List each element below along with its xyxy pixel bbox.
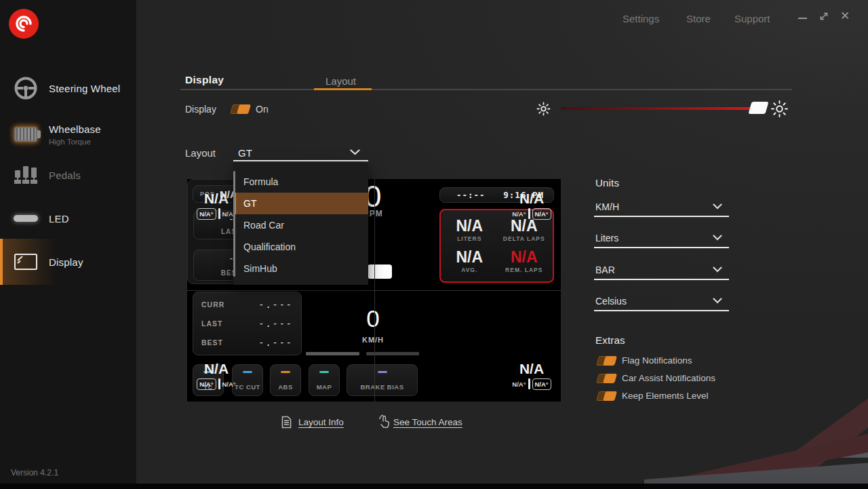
layout-select-underline: [233, 160, 368, 161]
sidebar-item-label: Display: [49, 256, 83, 268]
titlebar-store[interactable]: Store: [686, 13, 711, 24]
sidebar-item-led[interactable]: LED: [0, 199, 136, 237]
header-divider: [180, 89, 792, 90]
sidebar-item-steering-wheel[interactable]: Steering Wheel: [0, 69, 136, 107]
flag-notifications-row: Flag Notifications: [596, 355, 692, 366]
see-touch-areas-link[interactable]: See Touch Areas: [393, 417, 462, 427]
layout-info-link[interactable]: Layout Info: [298, 417, 344, 427]
map-button[interactable]: MAP: [309, 364, 340, 396]
sidebar-item-wheelbase[interactable]: Wheelbase High Torque: [0, 115, 136, 153]
fuel-remlaps-label: REM. LAPS: [505, 267, 542, 273]
display-icon: [12, 252, 39, 271]
sidebar-item-label: Steering Wheel: [49, 83, 120, 94]
car-assist-notifications-row: Car Assist Notifications: [596, 373, 715, 383]
brake-bias-button[interactable]: BRAKE BIAS: [347, 364, 418, 396]
maximize-icon[interactable]: [818, 11, 829, 22]
window-bottom-edge: [0, 484, 868, 489]
last-lap-time-label: LAST: [201, 319, 222, 328]
fuel-liters-label: LITERS: [457, 235, 481, 242]
sidebar-item-display[interactable]: Display: [0, 243, 136, 281]
curr-lap-label: CURR: [201, 300, 224, 309]
display-toggle-label: Display: [185, 104, 216, 115]
keep-elements-level-row: Keep Elements Level: [596, 391, 709, 401]
map-indicator: [319, 371, 329, 373]
display-toggle-state: On: [256, 104, 269, 115]
brightness-slider-thumb[interactable]: [748, 102, 768, 114]
flag-notifications-toggle[interactable]: [596, 356, 617, 366]
sidebar-item-label: Pedals: [49, 170, 81, 181]
brightness-high-icon: [770, 100, 789, 118]
speed-value: 0: [332, 305, 414, 332]
curr-lap-value: -.---: [258, 299, 293, 310]
menu-item-simhub[interactable]: SimHub: [233, 258, 368, 279]
app-version: Version 4.2.1: [11, 468, 58, 477]
titlebar-settings[interactable]: Settings: [623, 13, 659, 24]
fuel-remlaps-value: N/A: [511, 250, 538, 265]
fuel-liters-value: N/A: [456, 218, 483, 234]
menu-item-road-car[interactable]: Road Car: [233, 214, 368, 236]
chevron-down-icon[interactable]: [350, 149, 360, 155]
last-lap-time-value: -.---: [258, 318, 293, 329]
tab-active-indicator: [314, 88, 372, 90]
titlebar-support[interactable]: Support: [734, 13, 770, 24]
menu-item-formula[interactable]: Formula: [233, 171, 368, 193]
minimize-icon[interactable]: [798, 18, 807, 19]
best-lap-time-value: -.---: [258, 337, 293, 348]
units-heading: Units: [595, 177, 619, 189]
layout-dropdown-menu: Formula GT Road Car Qualification SimHub: [233, 163, 368, 285]
fuel-avg-label: AVG.: [461, 267, 477, 273]
active-item-bar: [0, 239, 3, 285]
layout-select-label: Layout: [185, 147, 216, 159]
elapsed-time: --:--: [456, 190, 486, 200]
speed-unit: KM/H: [332, 336, 414, 344]
display-toggle[interactable]: [230, 104, 251, 114]
pedals-icon: [12, 165, 39, 185]
document-icon: [281, 416, 292, 429]
fuel-avg-value: N/A: [456, 250, 483, 265]
app-logo: [9, 9, 39, 39]
page-title: Display: [185, 74, 224, 86]
brightness-low-icon: [536, 102, 551, 116]
laptimes-panel: CURR-.--- LAST-.--- BEST-.---: [193, 292, 302, 355]
menu-item-qualification[interactable]: Qualification: [233, 236, 368, 258]
sidebar-item-label: LED: [49, 213, 69, 224]
layout-select-value[interactable]: GT: [238, 147, 252, 159]
car-assist-notifications-toggle[interactable]: [596, 374, 617, 383]
tab-layout[interactable]: Layout: [326, 75, 356, 87]
abs-indicator: [281, 371, 290, 373]
brake-bias-indicator: [378, 371, 387, 373]
brightness-slider-track[interactable]: [561, 107, 766, 110]
chevron-down-icon: [713, 298, 722, 304]
gear-indicator: [368, 265, 392, 279]
keep-elements-level-toggle[interactable]: [596, 391, 617, 401]
touch-icon: [377, 414, 391, 429]
wheelbase-icon: [12, 127, 39, 142]
abs-button[interactable]: ABS: [270, 364, 301, 396]
menu-item-gt[interactable]: GT: [233, 193, 368, 214]
chevron-down-icon: [713, 267, 722, 273]
chevron-down-icon: [713, 203, 722, 210]
extras-heading: Extras: [595, 334, 625, 346]
dropdown-scrollbar[interactable]: [233, 171, 235, 277]
best-lap-time-label: BEST: [201, 338, 223, 347]
sidebar-item-sublabel: High Torque: [49, 138, 91, 146]
sidebar-item-pedals[interactable]: Pedals: [0, 156, 136, 194]
chevron-down-icon: [713, 235, 722, 241]
sidebar: Steering Wheel Wheelbase High Torque Ped…: [0, 0, 136, 489]
fuel-delta-label: DELTA LAPS: [503, 235, 545, 242]
speed-bar-left: [306, 352, 359, 355]
led-icon: [12, 215, 39, 222]
sidebar-item-label: Wheelbase: [49, 123, 101, 135]
steering-wheel-icon: [12, 76, 39, 100]
close-icon[interactable]: ✕: [840, 9, 850, 23]
